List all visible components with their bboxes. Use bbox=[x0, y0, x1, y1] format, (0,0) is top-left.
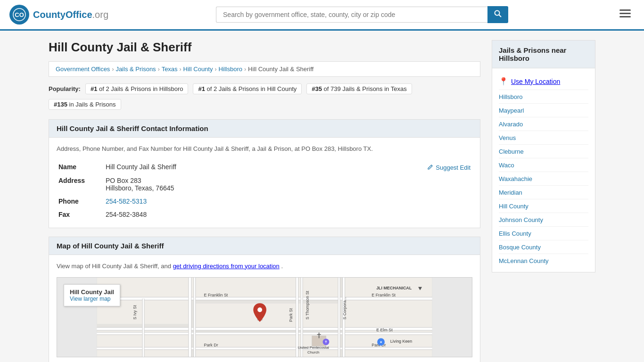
menu-icon[interactable] bbox=[616, 7, 635, 23]
sidebar-item-hillsboro: Hillsboro bbox=[499, 90, 588, 104]
page-title: Hill County Jail & Sheriff bbox=[49, 40, 480, 55]
breadcrumb-sep-5: › bbox=[244, 66, 246, 73]
suggest-edit-button[interactable]: Suggest Edit bbox=[427, 164, 471, 171]
pop-badge-3: #35 of 739 Jails & Prisons in Texas bbox=[306, 83, 412, 94]
contact-section: Hill County Jail & Sheriff Contact Infor… bbox=[49, 119, 480, 228]
svg-text:CO: CO bbox=[15, 11, 24, 18]
sidebar-item-alvarado: Alvarado bbox=[499, 117, 588, 131]
svg-text:E Elm St: E Elm St bbox=[376, 328, 393, 332]
map-section-body: View map of Hill County Jail & Sheriff, … bbox=[49, 255, 480, 362]
phone-value: 254-582-5313 bbox=[104, 195, 472, 208]
svg-text:✝: ✝ bbox=[324, 340, 328, 344]
svg-text:Living Keen: Living Keen bbox=[390, 339, 412, 344]
breadcrumb-sep-2: › bbox=[158, 66, 160, 73]
logo-text: CountyOffice.org bbox=[33, 9, 108, 20]
breadcrumb-sep-3: › bbox=[180, 66, 182, 73]
breadcrumb-hill-county[interactable]: Hill County bbox=[183, 66, 213, 73]
sidebar-card-header: Jails & Prisons near Hillsboro bbox=[492, 41, 595, 68]
logo[interactable]: CO CountyOffice.org bbox=[9, 5, 108, 25]
phone-link[interactable]: 254-582-5313 bbox=[106, 197, 147, 205]
contact-section-header: Hill County Jail & Sheriff Contact Infor… bbox=[49, 120, 480, 138]
breadcrumb-govt-offices[interactable]: Government Offices bbox=[56, 66, 110, 73]
sidebar-item-maypearl: Maypearl bbox=[499, 104, 588, 117]
breadcrumb-sep-4: › bbox=[215, 66, 216, 73]
breadcrumb-hillsboro[interactable]: Hillsboro bbox=[218, 66, 242, 73]
pop-badge-2: #1 of 2 Jails & Prisons in Hill County bbox=[193, 83, 302, 94]
svg-text:Park St: Park St bbox=[289, 308, 293, 322]
sidebar-item-johnson-county: Johnson County bbox=[499, 213, 588, 227]
map-label-box: Hill County Jail View larger map bbox=[64, 284, 120, 306]
popularity-label: Popularity: bbox=[49, 85, 81, 92]
contact-description: Address, Phone Number, and Fax Number fo… bbox=[57, 144, 472, 154]
svg-line-3 bbox=[499, 15, 501, 17]
view-larger-map-link[interactable]: View larger map bbox=[70, 296, 110, 302]
svg-rect-5 bbox=[619, 13, 631, 14]
popularity-row: Popularity: #1 of 2 Jails & Prisons in H… bbox=[49, 83, 480, 110]
contact-address-row: Address PO Box 283 Hillsboro, Texas, 766… bbox=[57, 174, 472, 195]
map-section: Map of Hill County Jail & Sheriff View m… bbox=[49, 237, 480, 362]
sidebar-item-waco: Waco bbox=[499, 158, 588, 172]
breadcrumb-jails[interactable]: Jails & Prisons bbox=[116, 66, 156, 73]
svg-rect-4 bbox=[619, 9, 631, 11]
breadcrumb-sep-1: › bbox=[112, 66, 114, 73]
svg-text:★: ★ bbox=[380, 340, 382, 344]
search-area bbox=[216, 6, 508, 23]
sidebar-item-cleburne: Cleburne bbox=[499, 145, 588, 158]
svg-point-58 bbox=[257, 307, 262, 312]
breadcrumb: Government Offices › Jails & Prisons › T… bbox=[49, 61, 480, 77]
sidebar-card-body: 📍 Use My Location Hillsboro Maypearl Alv… bbox=[492, 68, 595, 272]
pop-badge-1: #1 of 2 Jails & Prisons in Hillsboro bbox=[85, 83, 189, 94]
svg-text:JLI MECHANICAL: JLI MECHANICAL bbox=[376, 286, 412, 290]
contact-phone-row: Phone 254-582-5313 bbox=[57, 195, 472, 208]
fax-label: Fax bbox=[57, 208, 104, 221]
sidebar-item-ellis-county: Ellis County bbox=[499, 227, 588, 240]
svg-rect-10 bbox=[195, 303, 339, 329]
svg-text:Church: Church bbox=[307, 350, 319, 354]
svg-text:United Pentecostal: United Pentecostal bbox=[298, 346, 329, 350]
site-header: CO CountyOffice.org bbox=[0, 0, 644, 31]
fax-value: 254-582-3848 bbox=[104, 208, 472, 221]
sidebar: Jails & Prisons near Hillsboro 📍 Use My … bbox=[492, 40, 595, 362]
address-value: PO Box 283 Hillsboro, Texas, 76645 bbox=[104, 174, 472, 195]
contact-fax-row: Fax 254-582-3848 bbox=[57, 208, 472, 221]
breadcrumb-texas[interactable]: Texas bbox=[162, 66, 178, 73]
search-input[interactable] bbox=[216, 7, 487, 23]
contact-section-body: Address, Phone Number, and Fax Number fo… bbox=[49, 138, 480, 228]
content-area: Hill County Jail & Sheriff Government Of… bbox=[49, 40, 480, 362]
name-value: Hill County Jail & Sheriff Suggest Edit bbox=[104, 160, 472, 174]
svg-text:S Corpora...: S Corpora... bbox=[342, 297, 347, 320]
main-container: Hill County Jail & Sheriff Government Of… bbox=[39, 31, 605, 362]
map-section-header: Map of Hill County Jail & Sheriff bbox=[49, 237, 480, 255]
contact-name-row: Name Hill County Jail & Sheriff Suggest … bbox=[57, 160, 472, 174]
map-label-title: Hill County Jail bbox=[70, 288, 114, 296]
pop-badge-4: #135 in Jails & Prisons bbox=[49, 99, 121, 110]
location-pin-icon: 📍 bbox=[499, 77, 508, 86]
sidebar-item-waxahachie: Waxahachie bbox=[499, 172, 588, 186]
use-my-location[interactable]: 📍 Use My Location bbox=[499, 73, 588, 90]
svg-text:E Franklin St: E Franklin St bbox=[372, 293, 396, 297]
sidebar-item-mclennan-county: McLennan County bbox=[499, 254, 588, 267]
logo-icon: CO bbox=[9, 5, 29, 25]
phone-label: Phone bbox=[57, 195, 104, 208]
svg-text:Park Dr: Park Dr bbox=[204, 343, 218, 347]
svg-text:S Thompson St: S Thompson St bbox=[305, 290, 310, 320]
driving-directions-link[interactable]: get driving directions from your locatio… bbox=[173, 263, 280, 270]
svg-text:E Franklin St: E Franklin St bbox=[204, 293, 228, 297]
contact-table: Name Hill County Jail & Sheriff Suggest … bbox=[57, 160, 472, 221]
svg-rect-6 bbox=[619, 16, 631, 17]
address-label: Address bbox=[57, 174, 104, 195]
name-label: Name bbox=[57, 160, 104, 174]
sidebar-item-hill-county: Hill County bbox=[499, 199, 588, 213]
search-button[interactable] bbox=[487, 6, 508, 23]
svg-text:S Ivy St: S Ivy St bbox=[132, 305, 137, 320]
sidebar-card: Jails & Prisons near Hillsboro 📍 Use My … bbox=[492, 40, 595, 272]
breadcrumb-current: Hill County Jail & Sheriff bbox=[248, 66, 314, 73]
map-container[interactable]: E Franklin St E Franklin St E Elm St Par… bbox=[57, 277, 472, 357]
sidebar-item-meridian: Meridian bbox=[499, 186, 588, 199]
use-location-link[interactable]: Use My Location bbox=[511, 78, 560, 85]
sidebar-item-bosque-county: Bosque County bbox=[499, 240, 588, 254]
sidebar-item-venus: Venus bbox=[499, 131, 588, 145]
map-description: View map of Hill County Jail & Sheriff, … bbox=[57, 262, 472, 271]
